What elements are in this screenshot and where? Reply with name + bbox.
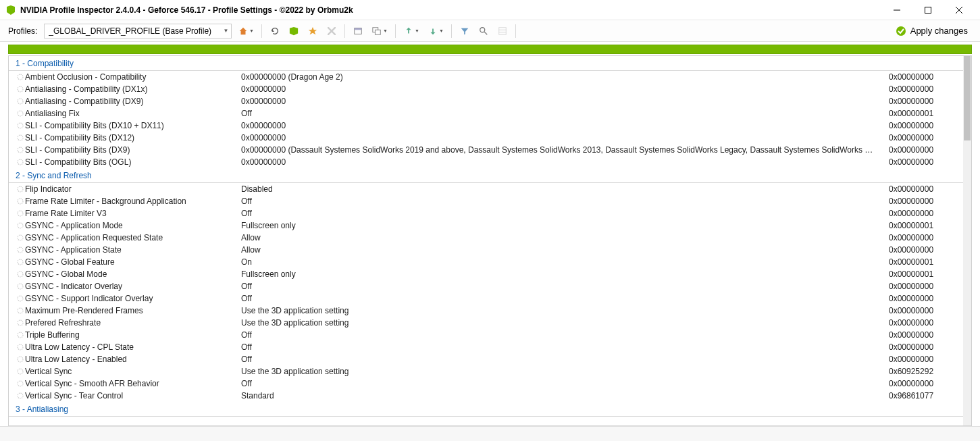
separator bbox=[395, 24, 396, 38]
separator bbox=[261, 24, 262, 38]
maximize-button[interactable] bbox=[912, 0, 944, 20]
apply-changes-label: Apply changes bbox=[910, 26, 968, 36]
nvidia-button[interactable] bbox=[286, 24, 301, 38]
star-button[interactable] bbox=[305, 24, 320, 38]
delete-button bbox=[324, 24, 339, 38]
close-button[interactable] bbox=[944, 0, 975, 20]
svg-line-11 bbox=[484, 31, 487, 34]
grid-button bbox=[495, 24, 510, 38]
check-circle-icon bbox=[896, 26, 906, 36]
profile-input[interactable] bbox=[45, 25, 220, 37]
apply-changes-button[interactable]: Apply changes bbox=[892, 24, 972, 38]
home-button[interactable]: ▼ bbox=[236, 24, 256, 38]
toolbar: Profiles: ▼ ▼ ▼ ▼ ▼ Apply c bbox=[0, 20, 980, 42]
separator bbox=[515, 24, 516, 38]
nvidia-logo-icon bbox=[5, 5, 16, 16]
window-button[interactable] bbox=[351, 24, 365, 38]
export-button[interactable]: ▼ bbox=[401, 24, 421, 38]
svg-point-10 bbox=[480, 27, 485, 32]
separator bbox=[344, 24, 345, 38]
search-button[interactable] bbox=[476, 24, 491, 38]
window-title: NVIDIA Profile Inspector 2.4.0.4 - Gefor… bbox=[20, 5, 881, 15]
svg-line-4 bbox=[328, 27, 336, 35]
filter-button[interactable] bbox=[457, 24, 472, 38]
svg-rect-9 bbox=[375, 30, 380, 34]
svg-point-15 bbox=[896, 26, 906, 36]
svg-line-5 bbox=[328, 27, 336, 35]
separator bbox=[451, 24, 452, 38]
progress-band bbox=[8, 45, 972, 54]
svg-rect-7 bbox=[355, 28, 362, 30]
profile-combo[interactable]: ▼ bbox=[44, 24, 232, 38]
chevron-down-icon[interactable]: ▼ bbox=[220, 28, 231, 34]
profiles-label: Profiles: bbox=[8, 26, 40, 36]
svg-rect-12 bbox=[499, 27, 507, 34]
svg-rect-1 bbox=[925, 7, 931, 13]
titlebar: NVIDIA Profile Inspector 2.4.0.4 - Gefor… bbox=[0, 0, 980, 20]
refresh-button[interactable] bbox=[267, 24, 282, 38]
minimize-button[interactable] bbox=[881, 0, 912, 20]
import-button[interactable]: ▼ bbox=[425, 24, 446, 38]
windows-button[interactable]: ▼ bbox=[369, 24, 390, 38]
